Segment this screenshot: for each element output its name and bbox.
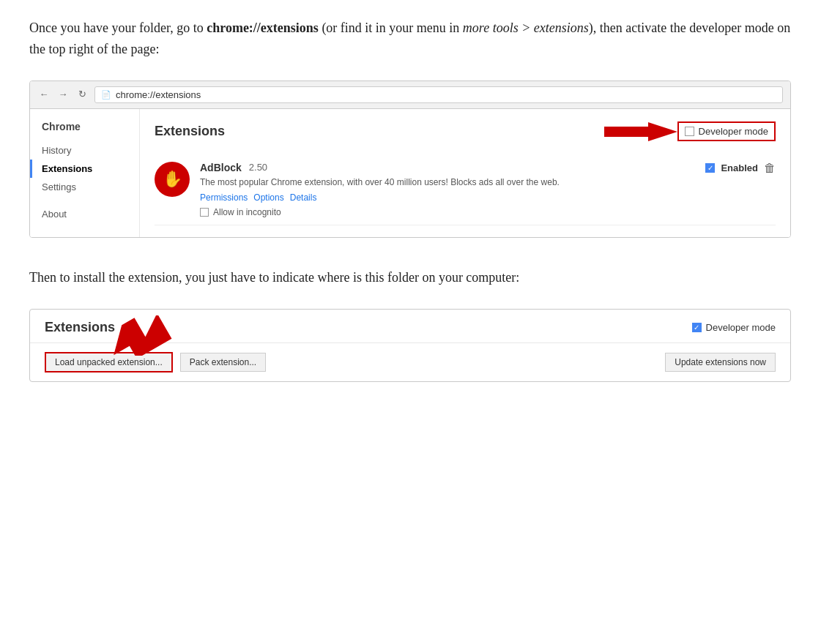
browser-toolbar: ← → ↻ 📄 chrome://extensions (30, 81, 790, 109)
forward-button[interactable]: → (56, 88, 70, 101)
sidebar-item-extensions[interactable]: Extensions (30, 160, 139, 178)
sidebar-item-history[interactable]: History (30, 141, 139, 160)
details-link[interactable]: Details (290, 192, 317, 203)
refresh-button[interactable]: ↻ (75, 88, 89, 101)
back-button[interactable]: ← (37, 88, 51, 101)
second-paragraph: Then to install the extension, you just … (29, 267, 791, 288)
load-button-wrapper: Load unpacked extension... (45, 352, 173, 372)
page-icon: 📄 (101, 90, 111, 100)
svg-marker-0 (604, 122, 677, 141)
browser-mockup-2: Extensions ✓ Developer mode Load unpacke… (29, 309, 791, 382)
address-text: chrome://extensions (116, 89, 201, 100)
extensions-toolbar: Load unpacked extension... Pack extensio… (30, 343, 790, 381)
sidebar-item-about[interactable]: About (30, 205, 139, 223)
intro-paragraph: Once you have your folder, go to chrome:… (29, 18, 791, 60)
options-link[interactable]: Options (253, 192, 283, 203)
developer-mode-label: Developer mode (699, 126, 768, 137)
extension-name-row: AdBlock 2.50 (200, 162, 695, 173)
address-bar[interactable]: 📄 chrome://extensions (94, 86, 783, 103)
extension-description: The most popular Chrome extension, with … (200, 176, 610, 189)
sidebar-title: Chrome (30, 121, 139, 141)
extension-version: 2.50 (249, 162, 267, 173)
extension-links: Permissions Options Details (200, 192, 695, 203)
update-extensions-button[interactable]: Update extensions now (665, 353, 776, 372)
dev-mode-label-2: Developer mode (706, 322, 776, 333)
intro-text-2: (or find it in your menu in (319, 20, 463, 35)
adblock-logo: ✋ (155, 162, 190, 197)
extensions-page-title: Extensions (155, 124, 225, 139)
checkmark-icon-2: ✓ (694, 323, 699, 332)
dev-mode-area-2: ✓ Developer mode (692, 322, 776, 333)
menu-path: more tools > extensions (463, 20, 589, 35)
red-arrow-icon (604, 121, 677, 143)
incognito-row: Allow in incognito (200, 207, 695, 217)
extensions-header-2: Extensions ✓ Developer mode (30, 310, 790, 343)
incognito-checkbox[interactable] (200, 208, 209, 217)
dev-mode-checkbox-checked[interactable]: ✓ (692, 323, 702, 332)
extensions-main: Extensions Developer mode (140, 109, 790, 238)
extension-item-adblock: ✋ AdBlock 2.50 The most popular Chrome e… (155, 154, 776, 226)
sidebar-item-settings[interactable]: Settings (30, 178, 139, 196)
extensions-title-2: Extensions (45, 320, 115, 335)
load-unpacked-button[interactable]: Load unpacked extension... (45, 352, 173, 372)
pack-extension-button[interactable]: Pack extension... (180, 353, 266, 372)
left-button-group: Load unpacked extension... Pack extensio… (45, 352, 266, 372)
developer-mode-container: Developer mode (604, 121, 776, 143)
chrome-url: chrome://extensions (207, 20, 319, 35)
checkmark-icon: ✓ (707, 164, 713, 172)
developer-mode-checkbox[interactable] (685, 127, 694, 136)
adblock-icon: ✋ (155, 162, 190, 197)
extension-name: AdBlock (200, 162, 242, 173)
enabled-label: Enabled (721, 162, 758, 173)
enabled-checkbox[interactable]: ✓ (705, 163, 715, 173)
extension-info: AdBlock 2.50 The most popular Chrome ext… (200, 162, 695, 218)
delete-icon[interactable]: 🗑 (764, 162, 776, 175)
enabled-area: ✓ Enabled 🗑 (705, 162, 776, 175)
browser-mockup-1: ← → ↻ 📄 chrome://extensions Chrome Histo… (29, 80, 791, 239)
intro-text-1: Once you have your folder, go to (29, 20, 207, 35)
chrome-sidebar: Chrome History Extensions Settings About (30, 109, 140, 238)
browser-content: Chrome History Extensions Settings About… (30, 109, 790, 238)
extensions-header: Extensions Developer mode (155, 121, 776, 143)
permissions-link[interactable]: Permissions (200, 192, 248, 203)
developer-mode-box[interactable]: Developer mode (677, 121, 776, 141)
incognito-label: Allow in incognito (213, 207, 281, 217)
